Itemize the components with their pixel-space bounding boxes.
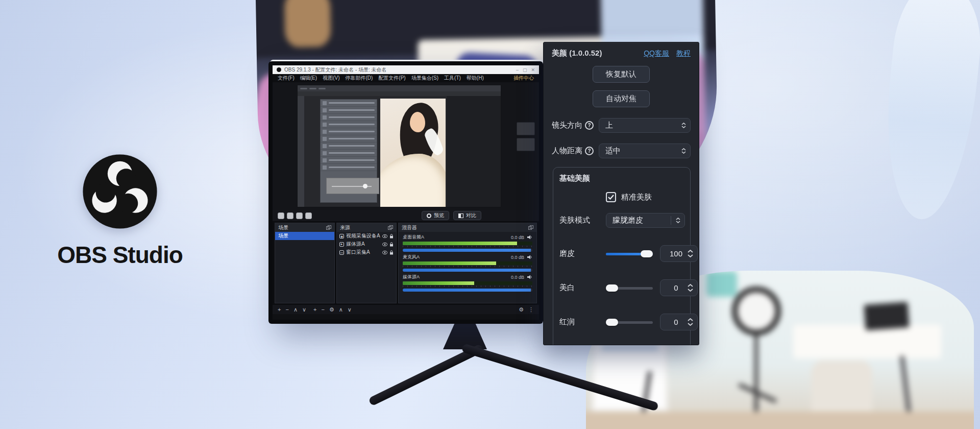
scene-up-icon[interactable]: ∧ <box>293 305 298 314</box>
remove-source-icon[interactable]: − <box>321 305 324 314</box>
rosy-slider[interactable] <box>606 318 653 326</box>
dock-panel-icon[interactable] <box>528 225 533 230</box>
menu-profile[interactable]: 配置文件(P) <box>378 75 405 82</box>
scenes-dock-title: 场景 <box>278 224 288 231</box>
sources-dock-title: 来源 <box>340 224 350 231</box>
lock-icon[interactable] <box>389 242 394 247</box>
close-icon[interactable]: ✕ <box>531 67 535 73</box>
whitening-spinbox[interactable]: 0 <box>660 279 698 296</box>
source-up-icon[interactable]: ∧ <box>339 305 343 314</box>
mixer-settings-icon[interactable]: ⚙ <box>519 306 524 313</box>
person-distance-select[interactable]: 适中 <box>599 144 691 158</box>
chevron-updown-icon <box>677 123 690 128</box>
skin-mode-select[interactable]: 朦胧磨皮 <box>606 213 685 228</box>
eye-icon[interactable] <box>382 243 387 246</box>
dock-panel-icon[interactable] <box>326 225 331 230</box>
photoshop-canvas <box>447 96 501 207</box>
obs-preview-area <box>273 82 539 210</box>
slider-handle[interactable] <box>641 250 653 257</box>
more-options-icon[interactable]: ⋮ <box>528 306 534 313</box>
meter-ticks <box>403 246 532 247</box>
obs-brand: OBS Studio <box>28 153 212 269</box>
precise-skin-checkbox[interactable] <box>606 192 616 202</box>
basic-beauty-group: 基础美颜 精准美肤 美肤模式 朦胧磨皮 <box>553 167 691 345</box>
tool-button-1[interactable] <box>278 212 284 219</box>
rosy-value: 0 <box>665 318 688 326</box>
menu-edit[interactable]: 编辑(E) <box>300 75 317 82</box>
speaker-icon[interactable] <box>527 275 532 279</box>
smoothing-spinbox[interactable]: 100 <box>660 245 698 262</box>
add-source-icon[interactable]: + <box>313 305 316 314</box>
person-distance-label: 人物距离 <box>552 146 582 156</box>
menu-file[interactable]: 文件(F) <box>278 75 295 82</box>
auto-focus-button[interactable]: 自动对焦 <box>593 90 650 107</box>
minimize-icon[interactable]: – <box>516 67 519 73</box>
eye-icon[interactable] <box>382 234 387 238</box>
whitening-slider[interactable] <box>606 284 653 292</box>
compare-icon <box>458 213 463 218</box>
menu-plugin-center[interactable]: 插件中心 <box>513 75 534 82</box>
source-settings-icon[interactable]: ⚙ <box>329 305 334 314</box>
portrait-photo <box>380 99 446 207</box>
source-row[interactable]: ► 媒体源A <box>337 240 396 248</box>
menu-scene-collection[interactable]: 场景集合(S) <box>411 75 438 82</box>
lock-icon[interactable] <box>389 250 394 255</box>
window-capture-icon: ▭ <box>339 250 344 255</box>
maximize-icon[interactable]: ▢ <box>523 67 527 73</box>
tutorial-link[interactable]: 教程 <box>676 49 691 58</box>
help-icon[interactable]: ? <box>585 147 594 155</box>
preview-toggle-button[interactable]: 预览 <box>422 211 449 220</box>
tool-button-2[interactable] <box>287 212 293 219</box>
source-row[interactable]: ▭ 窗口采集A <box>337 248 396 256</box>
eye-icon[interactable] <box>382 251 387 254</box>
rosy-spinbox[interactable]: 0 <box>660 314 698 330</box>
qq-support-link[interactable]: QQ客服 <box>644 49 669 58</box>
whitening-row: 美白 0 <box>559 279 684 296</box>
compare-toggle-button[interactable]: 对比 <box>453 211 481 220</box>
camera-direction-value: 上 <box>605 121 613 130</box>
restore-defaults-button[interactable]: 恢复默认 <box>593 66 650 83</box>
rosy-label: 红润 <box>559 317 606 327</box>
help-icon[interactable]: ? <box>585 121 594 130</box>
smoothing-label: 磨皮 <box>559 249 606 258</box>
tool-button-4[interactable] <box>305 212 312 219</box>
obs-logo-icon <box>82 153 158 230</box>
remove-scene-icon[interactable]: − <box>285 305 288 314</box>
scene-down-icon[interactable]: ∨ <box>302 305 306 314</box>
smoothing-slider[interactable] <box>606 250 653 258</box>
channel-db: 0.0 dB <box>511 275 524 280</box>
skin-mode-value: 朦胧磨皮 <box>612 216 643 225</box>
volume-meter <box>403 242 532 245</box>
monitor: OBS 29.1.3 - 配置文件: 未命名 - 场景: 未命名 – ▢ ✕ 文… <box>268 61 543 324</box>
lock-icon[interactable] <box>389 234 394 239</box>
precise-skin-row: 精准美肤 <box>606 192 684 202</box>
media-source-icon: ► <box>339 242 344 247</box>
menu-view[interactable]: 视图(V) <box>323 75 339 82</box>
menu-docks[interactable]: 停靠部件(D) <box>345 75 373 82</box>
slider-knob[interactable] <box>363 184 368 188</box>
spin-arrows-icon[interactable] <box>688 250 693 257</box>
menu-help[interactable]: 帮助(H) <box>467 75 484 82</box>
precise-skin-label: 精准美肤 <box>621 193 652 202</box>
chevron-updown-icon <box>671 218 684 223</box>
source-label: 窗口采集A <box>346 249 380 256</box>
camera-direction-select[interactable]: 上 <box>599 118 691 133</box>
speaker-icon[interactable] <box>527 255 532 259</box>
photoshop-menu-bar <box>298 91 501 96</box>
source-down-icon[interactable]: ∨ <box>348 305 352 314</box>
volume-slider[interactable] <box>403 289 532 292</box>
spin-arrows-icon[interactable] <box>688 284 693 292</box>
scene-list-item-selected[interactable]: 场景 <box>275 232 334 240</box>
speaker-icon[interactable] <box>527 235 532 240</box>
tool-button-3[interactable] <box>296 212 303 219</box>
source-label: 媒体源A <box>346 241 380 248</box>
spin-arrows-icon[interactable] <box>688 318 693 326</box>
slider-handle[interactable] <box>606 284 618 292</box>
portrait-face <box>410 112 425 132</box>
slider-handle[interactable] <box>606 319 618 326</box>
dock-panel-icon[interactable] <box>388 225 393 230</box>
source-row[interactable]: ◉ 视频采集设备A <box>337 232 396 240</box>
photoshop-toolbar <box>298 96 304 207</box>
menu-tools[interactable]: 工具(T) <box>444 75 461 82</box>
add-scene-icon[interactable]: + <box>278 305 281 314</box>
